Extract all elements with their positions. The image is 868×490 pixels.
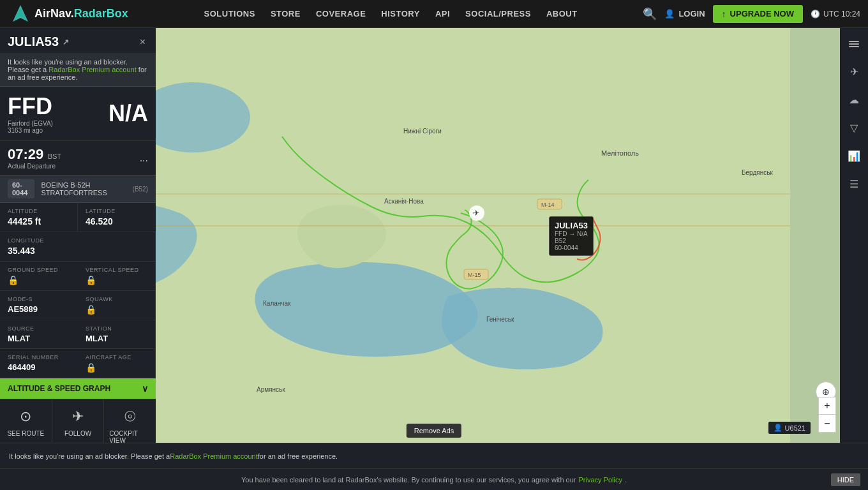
- nav-history[interactable]: HISTORY: [381, 9, 420, 19]
- ad-blocker-bottom: It looks like you're using an ad blocker…: [0, 443, 868, 468]
- svg-text:Асканія-Нова: Асканія-Нова: [384, 198, 424, 205]
- user-count-icon: 👤: [774, 424, 782, 432]
- svg-text:M-15: M-15: [468, 272, 481, 278]
- right-sidebar: ✈ ☁ ▽ 📊 ☰: [840, 28, 868, 490]
- logo[interactable]: AirNav.RadarBox: [0, 4, 138, 24]
- longitude-cell: LONGITUDE 35.443: [0, 232, 156, 262]
- remove-ads-button[interactable]: Remove Ads: [407, 424, 461, 438]
- premium-link[interactable]: RadarBox Premium account: [49, 66, 137, 73]
- altitude-cell: ALTITUDE 44425 ft: [0, 203, 78, 232]
- svg-text:M-14: M-14: [541, 202, 555, 208]
- svg-text:✈: ✈: [473, 209, 479, 218]
- flight-tooltip: JULIA53 FFD → N/A B52 60-0044: [549, 216, 594, 256]
- zoom-out-button[interactable]: −: [818, 415, 836, 433]
- vertical-speed-cell: VERTICAL SPEED 🔒: [78, 262, 156, 291]
- filter-button[interactable]: ▽: [841, 115, 867, 140]
- nav-social[interactable]: SOCIAL/PRESS: [465, 9, 531, 19]
- user-icon: 👤: [664, 9, 675, 19]
- external-link-icon[interactable]: ↗: [63, 38, 69, 47]
- nav-api[interactable]: API: [435, 9, 450, 19]
- squawk-cell: SQUAWK 🔒: [78, 291, 156, 320]
- nav-links: SOLUTIONS STORE COVERAGE HISTORY API SOC…: [138, 9, 643, 19]
- station-cell: STATION MLAT: [78, 320, 156, 349]
- svg-marker-1: [14, 8, 27, 20]
- flight-badge: 60-0044 BOEING B-52H STRATOFORTRESS (B52…: [0, 175, 156, 203]
- aircraft-button[interactable]: ✈: [841, 59, 867, 84]
- side-panel: JULIA53 ↗ × It looks like you're using a…: [0, 28, 156, 453]
- clock-icon: 🕐: [811, 10, 820, 19]
- login-button[interactable]: 👤 LOGIN: [664, 9, 705, 19]
- bottom-banner: You have been cleared to land at RadarBo…: [0, 468, 868, 490]
- aircraft-age-lock-icon: 🔒: [86, 362, 147, 373]
- search-icon[interactable]: 🔍: [643, 7, 657, 21]
- arrival-info: N/A: [108, 100, 148, 127]
- nav-solutions[interactable]: SOLUTIONS: [204, 9, 255, 19]
- chevron-down-icon: ∨: [142, 383, 148, 394]
- hide-button[interactable]: HIDE: [831, 473, 860, 486]
- vertical-speed-lock-icon: 🔒: [86, 275, 147, 285]
- ground-speed-lock-icon: 🔒: [8, 275, 70, 285]
- svg-rect-20: [849, 43, 859, 45]
- nav-coverage[interactable]: COVERAGE: [316, 9, 366, 19]
- flight-title: JULIA53 ↗: [8, 34, 69, 49]
- panel-header: JULIA53 ↗ ×: [0, 28, 156, 53]
- departure-time-section: 07:29 BST Actual Departure ...: [0, 140, 156, 175]
- premium-link-bottom[interactable]: RadarBox Premium account: [170, 452, 258, 460]
- source-cell: SOURCE MLAT: [0, 320, 78, 349]
- latitude-cell: LATITUDE 46.520: [78, 203, 156, 232]
- nav-store[interactable]: STORE: [271, 9, 301, 19]
- svg-text:Бердянськ: Бердянськ: [742, 169, 773, 176]
- chart-button[interactable]: 📊: [841, 143, 867, 168]
- svg-text:Генічеськ: Генічеськ: [486, 316, 514, 323]
- logo-icon: [10, 4, 31, 24]
- follow-icon: ✈: [72, 408, 84, 425]
- close-button[interactable]: ×: [137, 35, 148, 49]
- aircraft-age-cell: AIRCRAFT AGE 🔒: [78, 349, 156, 378]
- svg-rect-19: [849, 41, 859, 42]
- ad-blocker-notice: It looks like you're using an ad blocker…: [0, 53, 156, 87]
- upgrade-button[interactable]: ↑ UPGRADE NOW: [713, 5, 803, 23]
- mode-s-cell: MODE-S AE5889: [0, 291, 78, 320]
- svg-text:Каланчак: Каланчак: [263, 300, 291, 307]
- upgrade-icon: ↑: [722, 9, 726, 19]
- navbar: AirNav.RadarBox SOLUTIONS STORE COVERAGE…: [0, 0, 868, 28]
- logo-text: AirNav.RadarBox: [34, 7, 128, 20]
- squawk-lock-icon: 🔒: [86, 304, 147, 315]
- svg-text:Мелітополь: Мелітополь: [601, 149, 639, 157]
- svg-text:Нижні Сіроги: Нижні Сіроги: [403, 128, 442, 135]
- time-display: 🕐 UTC 10:24: [811, 10, 860, 19]
- user-count: 👤 U6521: [768, 422, 811, 434]
- svg-text:Армянськ: Армянськ: [257, 386, 285, 393]
- cockpit-icon: ⦾: [124, 408, 136, 425]
- altitude-graph-toggle[interactable]: ALTITUDE & SPEED GRAPH ∨: [0, 378, 156, 399]
- route-icon: ⊙: [20, 408, 31, 425]
- layers-button[interactable]: [841, 31, 867, 56]
- ground-speed-cell: GROUND SPEED 🔒: [0, 262, 78, 291]
- data-grid: ALTITUDE 44425 ft LATITUDE 46.520 LONGIT…: [0, 203, 156, 378]
- flight-codes: FFD Fairford (EGVA) 3163 mi ago N/A: [0, 87, 156, 140]
- zoom-in-button[interactable]: +: [818, 397, 836, 415]
- nav-about[interactable]: ABOUT: [546, 9, 578, 19]
- departure-info: FFD Fairford (EGVA) 3163 mi ago: [8, 93, 53, 134]
- serial-cell: SERIAL NUMBER 464409: [0, 349, 78, 378]
- dep-time-block: 07:29 BST Actual Departure: [8, 146, 61, 170]
- svg-rect-21: [849, 46, 859, 47]
- map-zoom-controls: + −: [818, 397, 836, 433]
- table-button[interactable]: ☰: [841, 171, 867, 197]
- privacy-policy-link[interactable]: Privacy Policy: [578, 476, 622, 484]
- weather-button[interactable]: ☁: [841, 87, 867, 112]
- layers-icon: [848, 37, 860, 50]
- navbar-right: 🔍 👤 LOGIN ↑ UPGRADE NOW 🕐 UTC 10:24: [643, 5, 868, 23]
